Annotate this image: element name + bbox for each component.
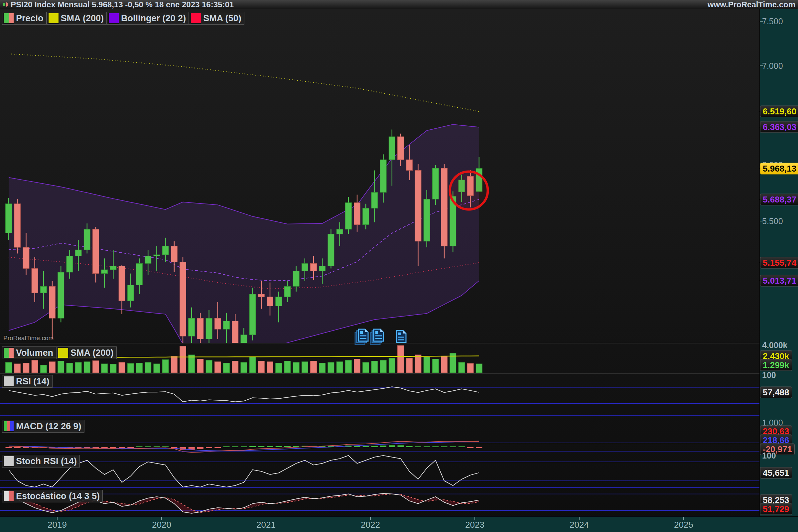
value-badge: 5.688,37 [760, 193, 798, 205]
volumen-swatch [3, 347, 14, 358]
value-badge: 5.155,74 [760, 257, 798, 269]
axis-tick-label: 4.000k [762, 341, 787, 350]
axis-tick-label: 7.500 [762, 16, 783, 26]
legend-stoch-rsi[interactable]: Stoch RSI (14) [2, 455, 80, 468]
legend-estocastico[interactable]: Estocástico (14 3 5) [2, 490, 103, 502]
legend-row-stochrsi: Stoch RSI (14) [2, 455, 80, 468]
legend-row-volume: VolumenSMA (200) [2, 346, 117, 359]
value-badge: 57,488 [760, 386, 792, 398]
news-docs-stacked-icon[interactable] [355, 329, 368, 344]
sma-50-swatch [191, 13, 201, 24]
legend-label: SMA (200) [61, 13, 104, 24]
legend-label: RSI (14) [16, 376, 50, 387]
year-label-2022: 2022 [361, 520, 380, 530]
legend-precio[interactable]: Precio [2, 12, 46, 25]
value-badge: 45,651 [760, 467, 792, 478]
estocastico-swatch [3, 491, 14, 501]
legend-label: Volumen [16, 348, 53, 358]
news-doc-icon[interactable] [396, 330, 406, 342]
legend-label: Stoch RSI (14) [16, 456, 77, 467]
rsi-swatch [3, 376, 14, 387]
value-badge: 6.519,60 [760, 106, 798, 117]
candlestick-icon [2, 1, 8, 8]
chart-title: PSI20 Index Mensual 5.968,13 -0,50 % 18 … [11, 0, 234, 9]
news-docs-stacked-icon[interactable] [370, 329, 383, 344]
legend-row-stochastic: Estocástico (14 3 5) [2, 490, 103, 502]
sma-200-vol-swatch [58, 347, 69, 358]
legend-sma-200[interactable]: SMA (200) [46, 12, 107, 25]
legend-sma-200-vol[interactable]: SMA (200) [56, 346, 117, 359]
legend-row-price: PrecioSMA (200)Bollinger (20 2)SMA (50) [2, 12, 244, 25]
precio-swatch [3, 13, 14, 24]
legend-label: MACD (12 26 9) [16, 421, 81, 432]
year-label-2021: 2021 [256, 520, 276, 530]
axis-tick-label: 100 [762, 451, 776, 460]
legend-label: Precio [16, 13, 43, 24]
stoch-rsi-swatch [3, 456, 14, 467]
legend-rsi[interactable]: RSI (14) [2, 375, 53, 388]
legend-row-rsi: RSI (14) [2, 375, 53, 388]
year-label-2023: 2023 [465, 520, 484, 530]
macd-swatch [3, 421, 14, 432]
legend-label: Estocástico (14 3 5) [16, 491, 100, 501]
legend-bollinger[interactable]: Bollinger (20 2) [107, 12, 189, 25]
sma-200-swatch [48, 13, 59, 24]
value-badge: 5.013,71 [760, 275, 798, 287]
current-price-badge: 5.968,13 [760, 163, 798, 174]
year-label-2024: 2024 [570, 520, 589, 530]
annotation-circle[interactable] [450, 172, 488, 209]
value-badge: 51,729 [760, 503, 792, 515]
trading-app-window: PSI20 Index Mensual 5.968,13 -0,50 % 18 … [0, 0, 798, 532]
year-label-2025: 2025 [674, 520, 693, 530]
value-badge: 1.299k [760, 359, 792, 371]
axis-tick-label: 100 [762, 370, 776, 380]
legend-row-macd: MACD (12 26 9) [2, 420, 84, 433]
bollinger-swatch [108, 13, 119, 24]
proreal-time-link[interactable]: www.ProRealTime.com [707, 0, 795, 9]
legend-sma-50[interactable]: SMA (50) [189, 12, 244, 25]
value-badge: 6.363,03 [760, 121, 798, 133]
chart-header-bar: PSI20 Index Mensual 5.968,13 -0,50 % 18 … [0, 0, 798, 10]
chart-canvas[interactable] [0, 9, 798, 532]
legend-label: Bollinger (20 2) [121, 13, 186, 24]
year-label-2019: 2019 [48, 520, 67, 530]
axis-tick-label: 7.000 [762, 61, 783, 71]
legend-macd[interactable]: MACD (12 26 9) [2, 420, 84, 433]
legend-volumen[interactable]: Volumen [2, 346, 56, 359]
axis-tick-label: 5.500 [762, 216, 783, 226]
legend-label: SMA (50) [203, 13, 241, 24]
watermark: ProRealTime.com [3, 335, 54, 342]
legend-label: SMA (200) [71, 348, 114, 358]
year-label-2020: 2020 [152, 520, 171, 530]
